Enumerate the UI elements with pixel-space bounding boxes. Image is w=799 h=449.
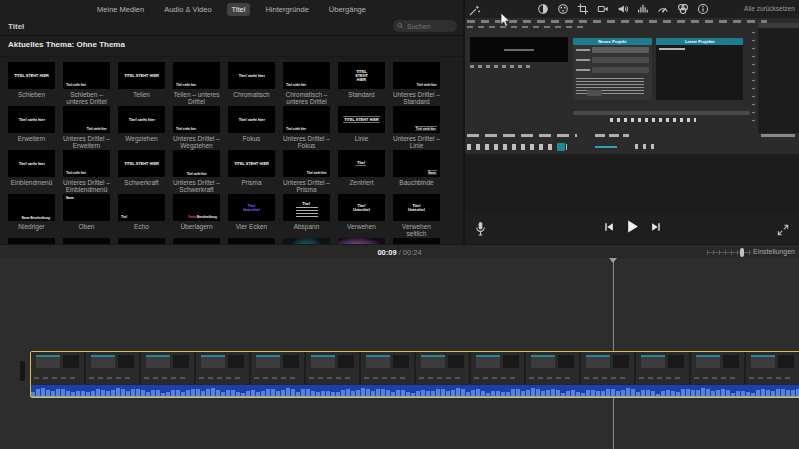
recorded-app-scrollbar: [573, 111, 750, 115]
title-label: Prisma: [228, 179, 275, 186]
title-tile[interactable]: Titel steht hierUnteres Drittel – Wegzie…: [173, 106, 220, 150]
title-tile[interactable]: TITEL STEHT HIERSchwerkraft: [118, 150, 165, 194]
color-balance-icon[interactable]: [537, 3, 549, 15]
title-tile[interactable]: TITEL STEHT HIERPrisma: [228, 150, 275, 194]
title-tile[interactable]: Titel steht hierChromatisch – unteres Dr…: [283, 62, 330, 106]
tab--berg-nge[interactable]: Übergänge: [324, 3, 371, 16]
title-tile[interactable]: TitelUntertitelVier Ecken: [228, 194, 275, 238]
clip-left-edge-handle[interactable]: [20, 361, 25, 381]
previous-frame-button[interactable]: [603, 221, 615, 233]
title-label: Fokus: [228, 135, 275, 142]
title-thumbnail[interactable]: TitelUntertitel: [228, 194, 275, 221]
title-tile[interactable]: Titel steht hierUnteres Drittel – Linie: [393, 106, 440, 150]
title-tile[interactable]: Titel steht hierWegziehen: [118, 106, 165, 150]
auto-enhance-icon[interactable]: [468, 3, 481, 16]
title-thumbnail[interactable]: Titel steht hier: [173, 106, 220, 133]
search-input[interactable]: [407, 23, 453, 30]
title-thumbnail[interactable]: Titel: [338, 150, 385, 177]
title-thumbnail[interactable]: TITEL STEHT HIER: [8, 62, 55, 89]
title-thumbnail[interactable]: Titel steht hier: [173, 150, 220, 177]
title-tile[interactable]: Titel steht hierErweitern: [8, 106, 55, 150]
title-tile[interactable]: Titel steht hierUnteres Drittel – Fokus: [283, 106, 330, 150]
title-thumbnail[interactable]: Titel steht hier: [8, 106, 55, 133]
title-tile[interactable]: Titel steht hierTeilen – unteres Drittel: [173, 62, 220, 106]
title-thumbnail[interactable]: Titel steht hier: [228, 106, 275, 133]
title-tile[interactable]: Titel steht hierChromatisch: [228, 62, 275, 106]
title-thumbnail[interactable]: Name Beschreibung: [173, 194, 220, 221]
title-tile[interactable]: TITEL STEHT HIERLinie: [338, 106, 385, 150]
title-tile[interactable]: Name BeschreibungNiedriger: [8, 194, 55, 238]
title-thumbnail[interactable]: TitelUntertitel: [338, 194, 385, 221]
title-tile[interactable]: TITEL STEHT HIERSchieben: [8, 62, 55, 106]
title-tile[interactable]: Titel steht hierEinblendmenü: [8, 150, 55, 194]
title-tile[interactable]: Titel steht hierFokus: [228, 106, 275, 150]
info-icon[interactable]: [697, 3, 709, 15]
title-tile[interactable]: NameOben: [63, 194, 110, 238]
title-tile[interactable]: TITELSTEHTHIERStandard: [338, 62, 385, 106]
title-thumbnail[interactable]: TITELSTEHTHIER: [338, 62, 385, 89]
color-correction-icon[interactable]: [557, 3, 569, 15]
imovie-window: Meine MedienAudio & VideoTitelHintergrün…: [0, 0, 799, 449]
speed-icon[interactable]: [657, 3, 669, 15]
title-tile[interactable]: Titel steht hierUnteres Drittel – Schwer…: [173, 150, 220, 194]
title-thumbnail[interactable]: Titel steht hier: [228, 62, 275, 89]
title-label: Zentriert: [338, 179, 385, 186]
title-tile[interactable]: Name BeschreibungÜberlagern: [173, 194, 220, 238]
clip-frame-thumbnail: [196, 352, 251, 384]
title-thumbnail[interactable]: Titel steht hier: [8, 150, 55, 177]
crop-icon[interactable]: [577, 3, 589, 15]
zoom-slider-handle[interactable]: [740, 248, 744, 257]
title-thumbnail[interactable]: Name Beschreibung: [8, 194, 55, 221]
title-thumbnail[interactable]: Titel steht hier: [118, 106, 165, 133]
timeline[interactable]: [0, 258, 799, 449]
title-thumbnail[interactable]: Titel steht hier: [173, 62, 220, 89]
title-thumbnail[interactable]: Titel: [283, 194, 330, 221]
tab-hintergr-nde[interactable]: Hintergründe: [260, 3, 313, 16]
title-thumbnail[interactable]: Titel steht hier: [283, 62, 330, 89]
title-tile[interactable]: TITEL STEHT HIERTeilen: [118, 62, 165, 106]
title-tile[interactable]: Titel steht hierSchieben – unteres Dritt…: [63, 62, 110, 106]
search-box[interactable]: [393, 20, 457, 32]
tab-meine-medien[interactable]: Meine Medien: [92, 3, 149, 16]
settings-button[interactable]: Einstellungen: [753, 248, 795, 255]
reset-all-button[interactable]: Alle zurücksetzen: [744, 5, 795, 12]
effects-icon[interactable]: [677, 3, 689, 15]
title-tile[interactable]: TitelUntertitelVerwehen seitlich: [393, 194, 440, 238]
title-tile[interactable]: TitelEcho: [118, 194, 165, 238]
title-thumbnail[interactable]: Name: [63, 194, 110, 221]
title-tile[interactable]: TitelAbspann: [283, 194, 330, 238]
title-thumbnail[interactable]: Titel steht hier: [393, 106, 440, 133]
title-thumbnail[interactable]: TITEL STEHT HIER: [228, 150, 275, 177]
timeline-zoom-slider[interactable]: [707, 249, 751, 256]
next-frame-button[interactable]: [650, 221, 662, 233]
title-tile[interactable]: TitelZentriert: [338, 150, 385, 194]
title-tile[interactable]: TitelUntertitelVerwehen: [338, 194, 385, 238]
title-thumbnail[interactable]: TITEL STEHT HIER: [338, 106, 385, 133]
title-thumbnail[interactable]: Titel: [118, 194, 165, 221]
tab-titel[interactable]: Titel: [227, 3, 251, 16]
fullscreen-button[interactable]: [777, 222, 790, 235]
stabilization-icon[interactable]: [597, 3, 609, 15]
title-thumbnail[interactable]: Titel steht hier: [283, 106, 330, 133]
title-thumbnail[interactable]: Titel steht hier: [283, 150, 330, 177]
dialog-title: Letzte Projekte: [685, 39, 715, 43]
timeline-clip-selected[interactable]: [30, 351, 799, 398]
title-thumbnail[interactable]: TitelUntertitel: [393, 194, 440, 221]
noise-reduction-icon[interactable]: [637, 3, 649, 15]
title-thumbnail[interactable]: Titel steht hier: [63, 62, 110, 89]
title-thumbnail[interactable]: TITEL STEHT HIER: [118, 150, 165, 177]
title-thumbnail[interactable]: Titel steht hier: [393, 62, 440, 89]
title-tile[interactable]: NameBauchbinde: [393, 150, 440, 194]
title-thumbnail[interactable]: Titel steht hier: [63, 150, 110, 177]
title-thumbnail[interactable]: TITEL STEHT HIER: [118, 62, 165, 89]
title-tile[interactable]: Titel steht hierUnteres Drittel – Einble…: [63, 150, 110, 194]
title-thumbnail[interactable]: Name: [393, 150, 440, 177]
play-button[interactable]: [625, 219, 640, 234]
title-thumbnail[interactable]: Titel steht hier: [63, 106, 110, 133]
title-tile[interactable]: Titel steht hierUnteres Drittel – Standa…: [393, 62, 440, 106]
title-tile[interactable]: Titel steht hierUnteres Drittel – Prisma: [283, 150, 330, 194]
video-viewer[interactable]: Neues Projekt Letzte Projekte: [465, 18, 799, 213]
volume-icon[interactable]: [617, 3, 629, 15]
tab-audio-video[interactable]: Audio & Video: [159, 3, 216, 16]
title-tile[interactable]: Titel steht hierUnteres Drittel – Erweit…: [63, 106, 110, 150]
